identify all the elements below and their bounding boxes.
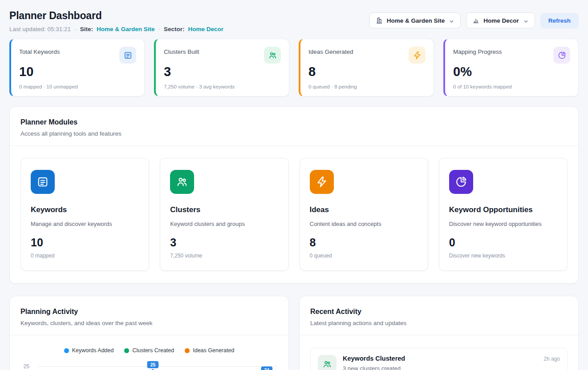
stat-detail: 7,250 volume · 3 avg keywords bbox=[164, 84, 281, 89]
chevron-down-icon bbox=[449, 18, 454, 24]
module-title: Clusters bbox=[170, 205, 278, 214]
legend-dot bbox=[124, 348, 129, 353]
legend-label: Keywords Added bbox=[72, 347, 114, 354]
divider bbox=[10, 145, 578, 146]
chevron-down-icon bbox=[523, 18, 529, 24]
bolt-icon bbox=[409, 47, 426, 64]
stat-card-mapping-progress: Mapping Progress 0% 0 of 10 keywords map… bbox=[443, 39, 579, 97]
meta-line: Last updated: 05:31:21 · Site: Home & Ga… bbox=[9, 26, 223, 32]
module-description: Discover new keyword opportunities bbox=[449, 221, 557, 227]
module-value: 0 bbox=[449, 236, 557, 249]
stat-label: Total Keywords bbox=[19, 47, 60, 55]
page-title: Planner Dashboard bbox=[9, 10, 223, 22]
stat-detail: 0 mapped · 10 unmapped bbox=[19, 84, 136, 89]
y-axis-tick: 25 bbox=[24, 363, 30, 370]
module-card-keywords[interactable]: Keywords Manage and discover keywords 10… bbox=[20, 158, 149, 271]
panel-title: Planning Activity bbox=[20, 308, 278, 316]
bottom-row: Planning Activity Keywords, clusters, an… bbox=[9, 296, 579, 370]
module-card-clusters[interactable]: Clusters Keyword clusters and groups 3 7… bbox=[160, 158, 288, 271]
module-description: Content ideas and concepts bbox=[310, 221, 418, 227]
list-icon bbox=[31, 170, 55, 194]
module-title: Keywords bbox=[31, 205, 139, 214]
chart-legend: Keywords Added Clusters Created Ideas Ge… bbox=[20, 347, 278, 354]
site-label: Site: bbox=[80, 26, 93, 32]
area-chart: 25 25 24 bbox=[20, 361, 278, 370]
stat-card-total-keywords: Total Keywords 10 0 mapped · 10 unmapped bbox=[9, 39, 145, 97]
users-icon bbox=[318, 355, 337, 370]
point-label-badge: 24 bbox=[261, 366, 272, 370]
meta-separator: · bbox=[158, 26, 160, 32]
sector-label: Sector: bbox=[164, 26, 185, 32]
recent-activity-panel: Recent Activity Latest planning actions … bbox=[299, 296, 579, 370]
svg-text:25: 25 bbox=[150, 362, 156, 367]
stat-value: 8 bbox=[308, 64, 426, 79]
building-icon bbox=[376, 17, 383, 24]
module-card-ideas[interactable]: Ideas Content ideas and concepts 8 0 que… bbox=[300, 158, 428, 271]
section-title: Planner Modules bbox=[20, 118, 568, 126]
stat-card-clusters-built: Clusters Built 3 7,250 volume · 3 avg ke… bbox=[154, 39, 289, 97]
site-selector-label: Home & Garden Site bbox=[387, 17, 445, 24]
module-value: 10 bbox=[31, 236, 139, 249]
meta-separator: · bbox=[74, 26, 77, 32]
bolt-icon bbox=[310, 170, 334, 194]
stat-label: Mapping Progress bbox=[453, 47, 502, 55]
stat-value: 0% bbox=[453, 64, 570, 79]
users-icon bbox=[170, 170, 194, 194]
divider bbox=[10, 335, 288, 335]
legend-dot bbox=[64, 348, 69, 353]
planner-dashboard-page: Planner Dashboard Last updated: 05:31:21… bbox=[0, 10, 588, 370]
activity-item-keywords-clustered: Keywords Clustered 3 new clusters create… bbox=[310, 348, 568, 370]
stat-value: 3 bbox=[164, 64, 281, 79]
module-description: Keyword clusters and groups bbox=[170, 221, 278, 227]
module-detail: Discover new keywords bbox=[449, 253, 557, 259]
pie-chart-icon bbox=[553, 47, 570, 64]
section-subtitle: Access all planning tools and features bbox=[20, 130, 568, 137]
stat-label: Ideas Generated bbox=[308, 47, 353, 55]
bar-chart-icon bbox=[472, 17, 479, 24]
legend-item-ideas-generated: Ideas Generated bbox=[185, 347, 234, 354]
module-value: 3 bbox=[170, 236, 278, 249]
planning-activity-chart: 25 25 24 bbox=[20, 361, 278, 370]
stat-detail: 0 queued · 8 pending bbox=[308, 84, 426, 89]
panel-title: Recent Activity bbox=[310, 308, 568, 316]
planning-activity-panel: Planning Activity Keywords, clusters, an… bbox=[9, 296, 289, 370]
legend-item-keywords-added: Keywords Added bbox=[64, 347, 114, 354]
sector-selector[interactable]: Home Decor bbox=[466, 12, 535, 28]
legend-dot bbox=[185, 348, 190, 353]
module-card-keyword-opportunities[interactable]: Keyword Opportunities Discover new keywo… bbox=[439, 158, 568, 271]
activity-time: 2h ago bbox=[543, 355, 560, 362]
list-icon bbox=[119, 47, 136, 64]
stat-card-ideas-generated: Ideas Generated 8 0 queued · 8 pending bbox=[299, 39, 434, 97]
svg-text:24: 24 bbox=[264, 368, 270, 370]
modules-grid: Keywords Manage and discover keywords 10… bbox=[20, 158, 568, 271]
topbar-left: Planner Dashboard Last updated: 05:31:21… bbox=[9, 10, 223, 32]
sector-link[interactable]: Home Decor bbox=[188, 26, 223, 32]
legend-label: Clusters Created bbox=[132, 347, 174, 354]
stat-detail: 0 of 10 keywords mapped bbox=[453, 84, 570, 89]
activity-description: 3 new clusters created bbox=[343, 365, 537, 370]
planner-modules-section: Planner Modules Access all planning tool… bbox=[9, 106, 579, 284]
stat-value: 10 bbox=[19, 64, 136, 79]
module-value: 8 bbox=[310, 236, 418, 249]
stats-row: Total Keywords 10 0 mapped · 10 unmapped… bbox=[9, 39, 579, 97]
topbar: Planner Dashboard Last updated: 05:31:21… bbox=[9, 10, 579, 32]
refresh-button[interactable]: Refresh bbox=[540, 13, 579, 28]
point-label-badge: 25 bbox=[147, 361, 159, 368]
module-detail: 0 mapped bbox=[31, 253, 139, 259]
activity-title: Keywords Clustered bbox=[343, 355, 537, 362]
activity-body: Keywords Clustered 3 new clusters create… bbox=[343, 355, 537, 370]
divider bbox=[300, 335, 578, 335]
module-title: Ideas bbox=[310, 205, 418, 214]
topbar-controls: Home & Garden Site Home Decor Refresh bbox=[369, 12, 579, 28]
users-icon bbox=[264, 47, 281, 64]
legend-label: Ideas Generated bbox=[193, 347, 234, 354]
site-selector[interactable]: Home & Garden Site bbox=[369, 12, 461, 28]
last-updated-text: Last updated: 05:31:21 bbox=[9, 26, 71, 32]
sector-selector-label: Home Decor bbox=[483, 17, 519, 24]
module-description: Manage and discover keywords bbox=[31, 221, 139, 227]
module-detail: 0 queued bbox=[310, 253, 418, 259]
panel-subtitle: Latest planning actions and updates bbox=[310, 320, 568, 326]
module-title: Keyword Opportunities bbox=[449, 205, 557, 214]
site-link[interactable]: Home & Garden Site bbox=[97, 26, 155, 32]
pie-chart-icon bbox=[449, 170, 473, 194]
